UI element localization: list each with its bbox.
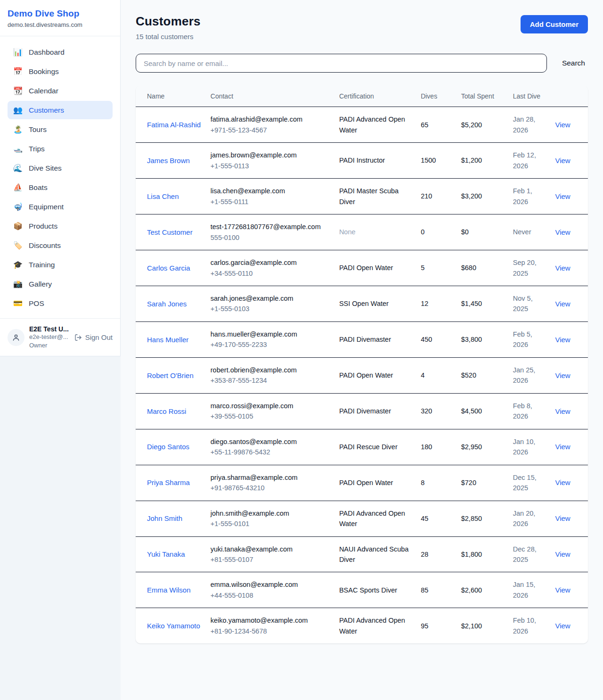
customer-dives: 45 — [421, 515, 428, 522]
customer-dives: 210 — [421, 192, 432, 200]
customer-dives: 180 — [421, 443, 432, 451]
customer-name-link[interactable]: Diego Santos — [147, 443, 189, 451]
view-link[interactable]: View — [555, 264, 570, 272]
page-subtitle: 15 total customers — [136, 33, 201, 41]
customer-certification: None — [339, 228, 356, 236]
view-link[interactable]: View — [555, 586, 570, 594]
customer-last-dive: Feb 5, 2026 — [513, 330, 532, 348]
sidebar-item-tours[interactable]: 🏝️ Tours — [8, 120, 113, 139]
customer-name-link[interactable]: Lisa Chen — [147, 192, 179, 200]
view-link[interactable]: View — [555, 443, 570, 451]
sign-out-icon — [74, 334, 82, 341]
customer-name-link[interactable]: Hans Mueller — [147, 336, 188, 344]
column-header-actions — [550, 86, 588, 107]
customer-total-spent: $2,850 — [461, 515, 482, 522]
customer-phone: +1-555-0113 — [211, 161, 330, 171]
customer-name-link[interactable]: Carlos Garcia — [147, 264, 190, 272]
sidebar-item-dashboard[interactable]: 📊 Dashboard — [8, 43, 113, 61]
customer-name-link[interactable]: James Brown — [147, 156, 190, 165]
add-customer-button[interactable]: Add Customer — [521, 15, 588, 33]
customer-dives: 65 — [421, 121, 428, 129]
view-link[interactable]: View — [555, 192, 570, 200]
search-button[interactable]: Search — [559, 55, 588, 71]
page-header: Customers 15 total customers Add Custome… — [136, 14, 588, 41]
customer-name-link[interactable]: Sarah Jones — [147, 300, 187, 308]
gallery-icon: 📸 — [13, 280, 23, 288]
sidebar-item-discounts[interactable]: 🏷️ Discounts — [8, 236, 113, 255]
customers-table-card: Name Contact Certification Dives Total S… — [136, 86, 588, 643]
column-header-last-dive: Last Dive — [508, 86, 551, 107]
customer-phone: +1-555-0103 — [211, 304, 330, 314]
sidebar-item-products[interactable]: 📦 Products — [8, 217, 113, 235]
sign-out-label: Sign Out — [85, 333, 113, 341]
sidebar-item-equipment[interactable]: 🤿 Equipment — [8, 198, 113, 216]
table-row: Diego Santos diego.santos@example.com +5… — [136, 429, 588, 465]
user-icon — [12, 333, 20, 342]
customer-name-link[interactable]: Fatima Al-Rashid — [147, 121, 201, 129]
sidebar-item-customers[interactable]: 👥 Customers — [8, 101, 113, 119]
table-row: Yuki Tanaka yuki.tanaka@example.com +81-… — [136, 536, 588, 572]
customer-email: lisa.chen@example.com — [211, 186, 330, 196]
customer-name-link[interactable]: Test Customer — [147, 228, 193, 236]
customer-certification: PADI Divemaster — [339, 336, 391, 343]
customer-total-spent: $2,950 — [461, 443, 482, 451]
customer-email: yuki.tanaka@example.com — [211, 544, 330, 554]
view-link[interactable]: View — [555, 478, 570, 486]
sidebar-item-bookings[interactable]: 📅 Bookings — [8, 62, 113, 81]
customer-certification: PADI Advanced Open Water — [339, 510, 405, 527]
customer-dives: 5 — [421, 264, 424, 272]
view-link[interactable]: View — [555, 156, 570, 165]
sidebar-item-boats[interactable]: ⛵ Boats — [8, 178, 113, 197]
sidebar-item-training[interactable]: 🎓 Training — [8, 255, 113, 274]
table-row: Test Customer test-1772681807767@example… — [136, 214, 588, 250]
view-link[interactable]: View — [555, 514, 570, 522]
view-link[interactable]: View — [555, 371, 570, 379]
customer-total-spent: $5,200 — [461, 121, 482, 129]
sidebar-item-gallery[interactable]: 📸 Gallery — [8, 275, 113, 293]
sign-out-button[interactable]: Sign Out — [74, 333, 113, 341]
user-email: e2e-tester@... — [29, 333, 70, 341]
customer-name-link[interactable]: Marco Rossi — [147, 407, 186, 415]
customer-name-link[interactable]: Robert O'Brien — [147, 371, 194, 379]
calendar-icon: 📆 — [13, 86, 23, 95]
customer-name-link[interactable]: John Smith — [147, 514, 182, 522]
customer-email: diego.santos@example.com — [211, 436, 330, 447]
customer-name-link[interactable]: Keiko Yamamoto — [147, 622, 200, 630]
view-link[interactable]: View — [555, 121, 570, 129]
customer-name-link[interactable]: Yuki Tanaka — [147, 550, 185, 558]
customer-email: hans.mueller@example.com — [211, 329, 330, 339]
bookings-icon: 📅 — [13, 67, 23, 76]
customer-name-link[interactable]: Emma Wilson — [147, 586, 191, 594]
customer-last-dive: Jan 25, 2026 — [513, 366, 536, 384]
sidebar-item-calendar[interactable]: 📆 Calendar — [8, 82, 113, 100]
customers-table: Name Contact Certification Dives Total S… — [136, 86, 588, 643]
pos-icon: 💳 — [13, 299, 23, 308]
view-link[interactable]: View — [555, 407, 570, 415]
page-title: Customers — [136, 14, 201, 29]
customer-total-spent: $3,200 — [461, 192, 482, 200]
column-header-dives: Dives — [416, 86, 456, 107]
view-link[interactable]: View — [555, 550, 570, 558]
search-input[interactable] — [136, 54, 547, 73]
user-role: Owner — [29, 341, 70, 350]
customer-phone: +353-87-555-1234 — [211, 375, 330, 386]
customer-last-dive: Jan 15, 2026 — [513, 581, 536, 599]
sidebar-item-trips[interactable]: 🛥️ Trips — [8, 140, 113, 158]
table-row: Lisa Chen lisa.chen@example.com +1-555-0… — [136, 179, 588, 214]
customer-last-dive: Jan 28, 2026 — [513, 115, 536, 133]
customer-dives: 85 — [421, 586, 428, 594]
view-link[interactable]: View — [555, 336, 570, 344]
table-row: James Brown james.brown@example.com +1-5… — [136, 143, 588, 179]
view-link[interactable]: View — [555, 300, 570, 308]
customer-phone: +1-555-0111 — [211, 197, 330, 207]
customer-email: keiko.yamamoto@example.com — [211, 615, 330, 626]
customer-certification: PADI Open Water — [339, 479, 393, 486]
customer-dives: 320 — [421, 407, 432, 415]
customer-certification: SSI Open Water — [339, 300, 389, 307]
sidebar-item-dive-sites[interactable]: 🌊 Dive Sites — [8, 159, 113, 177]
view-link[interactable]: View — [555, 228, 570, 236]
sidebar-item-pos[interactable]: 💳 POS — [8, 294, 113, 313]
view-link[interactable]: View — [555, 622, 570, 630]
customer-name-link[interactable]: Priya Sharma — [147, 478, 190, 486]
table-row: Emma Wilson emma.wilson@example.com +44-… — [136, 572, 588, 608]
